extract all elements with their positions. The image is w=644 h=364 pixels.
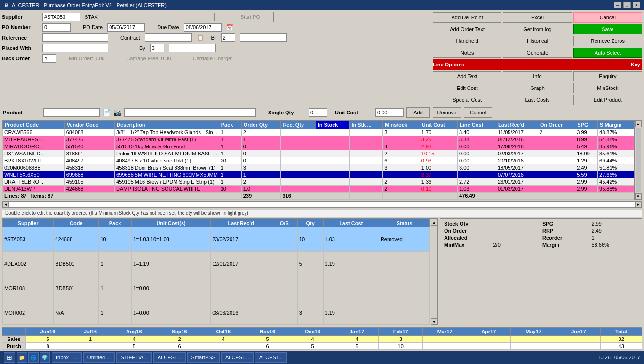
table-row[interactable]: DX1WSATMED... 318691 Dulux 1lt W/SHEILD … — [3, 150, 634, 157]
product-camera-icon[interactable]: 📷 — [113, 109, 121, 116]
br-input[interactable] — [221, 33, 235, 42]
min-max-value: 2/0 — [493, 242, 540, 248]
taskbar-chrome[interactable]: 🌍 — [40, 352, 50, 363]
lower-scroll-down[interactable]: ▼ — [431, 318, 437, 325]
key-button[interactable]: Key — [631, 62, 640, 67]
table-row[interactable]: MITREADHESI... 377475 377475 Standard Ki… — [3, 136, 634, 143]
notes-button[interactable]: Notes — [433, 48, 501, 58]
start-button[interactable]: ⊞ — [4, 352, 15, 363]
taskbar-item[interactable]: SmartPSS — [187, 352, 220, 363]
cell-in-stk — [350, 150, 383, 157]
reference-input[interactable] — [42, 33, 108, 42]
calendar-icon[interactable]: 📅 — [226, 24, 233, 31]
table-row[interactable]: BRKT8X10WHT... 408497 408497 8 x 10 whit… — [3, 157, 634, 164]
info-button[interactable]: Info — [503, 71, 572, 81]
product-input[interactable] — [43, 108, 100, 117]
table-row[interactable]: DRAFT5EBRO... 459105 459105 M16 Brown EP… — [3, 178, 634, 186]
last-costs-button[interactable]: Last Costs — [503, 95, 572, 105]
scroll-up-arrow[interactable]: ▲ — [635, 121, 642, 127]
scroll-left-arrow[interactable]: ◄ — [2, 202, 9, 207]
table-row[interactable]: ORAWB566 684088 3/8" - 1/2" Tap Top Head… — [3, 129, 634, 136]
add-line-button[interactable]: Add — [406, 107, 430, 118]
po-number-input[interactable] — [42, 23, 71, 32]
cell-order-qty[interactable]: 1.0 — [241, 186, 281, 193]
graph-button[interactable]: Graph — [503, 83, 572, 93]
br-name-input[interactable] — [240, 33, 287, 42]
historical-button[interactable]: Historical — [503, 36, 572, 46]
get-from-log-button[interactable]: Get from log — [503, 24, 572, 34]
generate-button[interactable]: Generate — [503, 48, 572, 58]
taskbar-item[interactable]: Inbox - ... — [52, 352, 82, 363]
due-date-input[interactable] — [184, 23, 222, 32]
cell-spg: 8.99 — [575, 136, 598, 143]
lower-table-row[interactable]: #STA053 424668 10 1=1.03,10=1.03 23/02/2… — [3, 227, 430, 252]
lower-table-row[interactable]: MOR002 N/A 1 1=0.00 08/06/2016 3 1.19 — [3, 300, 430, 325]
scroll-right-arrow[interactable]: ► — [635, 202, 642, 207]
taskbar-item[interactable]: ALCEST... — [221, 352, 254, 363]
contract-input[interactable] — [145, 33, 192, 42]
cell-order-qty[interactable]: 2 — [241, 129, 281, 136]
cell-order-qty[interactable]: 1 — [241, 136, 281, 143]
chart-purch-cell — [510, 343, 557, 350]
cell-in-stock — [316, 178, 350, 186]
cell-order-qty[interactable]: 3 — [241, 164, 281, 171]
start-po-button[interactable]: Start PO — [227, 12, 274, 22]
table-row[interactable]: DEN9413WP 424668 DAMP ISOLATING SOUCAL W… — [3, 186, 634, 193]
handheld-button[interactable]: Handheld — [433, 36, 501, 46]
auto-select-button[interactable]: Auto Select — [573, 48, 642, 58]
supplier-code-input[interactable] — [42, 13, 80, 21]
taskbar-item[interactable]: Untitled ... — [83, 352, 115, 363]
lower-cell-unit-costs: 1=0.00 — [131, 276, 210, 300]
single-qty-input[interactable] — [309, 108, 327, 117]
cancel-button[interactable]: Cancel — [573, 12, 642, 23]
unit-cost-input[interactable] — [375, 108, 404, 117]
edit-cost-button[interactable]: Edit Cost — [433, 83, 501, 93]
supplier-name-input[interactable] — [83, 13, 215, 21]
scroll-down-arrow[interactable]: ▼ — [635, 193, 642, 200]
cell-minstock: 2 — [383, 178, 420, 186]
table-row[interactable]: WNET5X.6X50 699688 699688 5M WIRE NETTIN… — [3, 171, 634, 178]
cell-order-qty[interactable]: 0 — [241, 157, 281, 164]
product-lookup-icon[interactable]: 📄 — [103, 109, 111, 116]
add-del-point-button[interactable]: Add Del Point — [433, 12, 501, 23]
cell-order-qty[interactable]: 0 — [241, 150, 281, 157]
cancel-line-button[interactable]: Cancel — [464, 107, 492, 118]
cell-order-qty[interactable]: 2 — [241, 178, 281, 186]
po-date-input[interactable] — [107, 23, 145, 32]
col-in-stock: In Stock — [316, 121, 350, 129]
add-order-text-button[interactable]: Add Order Text — [433, 24, 501, 34]
maximize-button[interactable]: □ — [623, 2, 631, 8]
lower-table-row[interactable]: #DEA002 BDB501 1 1=1.19 12/01/2017 5 1.1… — [3, 251, 430, 276]
chart-month-header: Mar17 — [423, 328, 467, 336]
save-button[interactable]: Save — [573, 24, 642, 34]
enquiry-button[interactable]: Enquiry — [573, 71, 642, 81]
edit-product-button[interactable]: Edit Product — [573, 95, 642, 105]
minimize-button[interactable]: ─ — [614, 2, 621, 8]
taskbar-show-desktop[interactable]: 📁 — [17, 352, 27, 363]
by-name-input[interactable] — [169, 44, 216, 52]
remove-line-button[interactable]: Remove — [433, 107, 461, 118]
excel-button[interactable]: Excel — [503, 12, 572, 23]
lower-scroll-up[interactable]: ▲ — [431, 219, 437, 226]
chart-table: Jun16Jul16Aug16Sep16Oct16Nov16Dec16Jan17… — [2, 327, 642, 350]
placed-with-input[interactable] — [42, 44, 108, 52]
taskbar-item[interactable]: STIFF BA... — [116, 352, 151, 363]
add-text-button[interactable]: Add Text — [433, 71, 501, 81]
taskbar-item[interactable]: ALCEST... — [153, 352, 186, 363]
back-order-input[interactable] — [42, 54, 56, 63]
min-stock-button[interactable]: MinStock — [573, 83, 642, 93]
taskbar-item[interactable]: ALCEST... — [255, 352, 287, 363]
remove-zeros-button[interactable]: Remove Zeros — [573, 36, 642, 46]
table-row[interactable]: MIRA1KGGRO... 551540 551540 1kg Miracle-… — [3, 143, 634, 150]
scroll-thumb[interactable] — [636, 128, 641, 192]
table-row[interactable]: 020M0060838B 458318 458318 Door Brush Se… — [3, 164, 634, 171]
cell-order-qty[interactable]: 1 — [241, 171, 281, 178]
by-input[interactable] — [150, 44, 164, 52]
product-desc-input[interactable] — [124, 108, 256, 117]
lower-table-row[interactable]: MOR108 BDB501 1 1=0.00 — [3, 276, 430, 300]
taskbar-ie[interactable]: 🌐 — [28, 352, 39, 363]
cell-unit-cost: 0.93 — [420, 157, 457, 164]
cell-order-qty[interactable]: 0 — [241, 143, 281, 150]
close-button[interactable]: ✕ — [633, 2, 640, 8]
special-cost-button[interactable]: Special Cost — [433, 95, 501, 105]
